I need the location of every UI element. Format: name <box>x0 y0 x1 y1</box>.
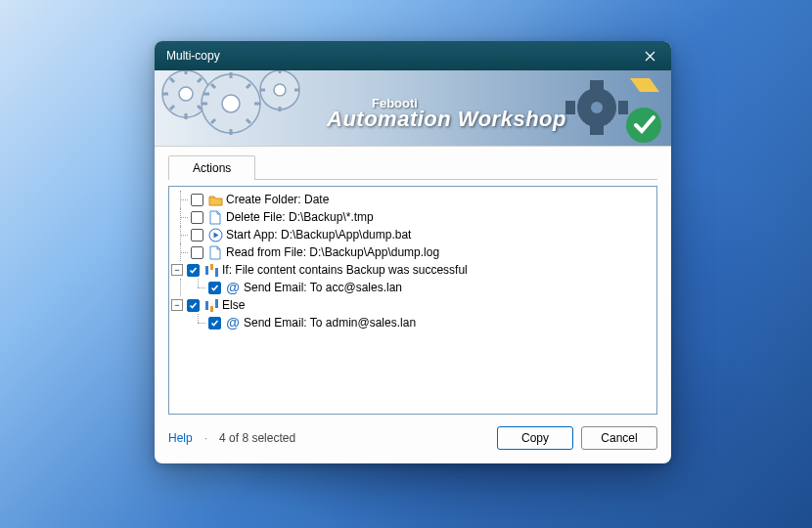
tree-expander[interactable]: − <box>171 299 183 311</box>
multi-copy-dialog: Multi-copy <box>155 41 671 463</box>
folder-icon <box>207 192 223 207</box>
tree-row[interactable]: − Else <box>171 296 654 314</box>
email-icon: @ <box>225 315 241 330</box>
tree-row[interactable]: @ Send Email: To admin@sales.lan <box>171 314 654 331</box>
checkbox[interactable] <box>208 317 221 330</box>
close-button[interactable] <box>628 41 671 70</box>
banner: Febooti Automation Workshop <box>155 70 671 147</box>
svg-rect-8 <box>590 80 604 90</box>
checkbox[interactable] <box>191 194 203 206</box>
tree-row[interactable]: Read from File: D:\Backup\App\dump.log <box>171 243 654 261</box>
copy-button[interactable]: Copy <box>497 426 573 450</box>
checkbox[interactable] <box>187 299 200 312</box>
titlebar[interactable]: Multi-copy <box>155 41 671 70</box>
svg-rect-14 <box>205 266 208 275</box>
dialog-footer: Help · 4 of 8 selected Copy Cancel <box>155 415 671 463</box>
selection-status: 4 of 8 selected <box>219 431 295 445</box>
tree-label: Else <box>222 298 245 312</box>
separator: · <box>204 431 207 445</box>
cancel-button[interactable]: Cancel <box>581 426 657 450</box>
tab-actions[interactable]: Actions <box>168 155 255 180</box>
checkbox[interactable] <box>191 229 203 242</box>
svg-rect-18 <box>210 306 213 312</box>
tree-row[interactable]: Create Folder: Date <box>171 191 654 208</box>
actions-tree[interactable]: Create Folder: Date Delete File: D:\Back… <box>168 186 657 415</box>
play-icon <box>207 227 223 242</box>
tree-row[interactable]: @ Send Email: To acc@sales.lan <box>171 279 654 296</box>
svg-point-5 <box>274 84 286 96</box>
svg-point-7 <box>591 102 603 113</box>
checkbox[interactable] <box>187 264 200 277</box>
tree-label: Send Email: To admin@sales.lan <box>244 316 416 330</box>
help-link[interactable]: Help <box>168 431 193 445</box>
svg-rect-15 <box>210 264 213 270</box>
checkbox[interactable] <box>191 246 203 259</box>
tree-row[interactable]: Delete File: D:\Backup\*.tmp <box>171 208 654 226</box>
checkbox[interactable] <box>191 211 203 224</box>
gears-illustration <box>155 70 331 147</box>
svg-rect-19 <box>215 299 218 308</box>
checkbox[interactable] <box>208 282 221 294</box>
if-branch-icon <box>203 262 219 278</box>
else-branch-icon <box>203 297 219 313</box>
tree-row[interactable]: − If: File content contains Backup was s… <box>171 261 654 279</box>
tree-label: Start App: D:\Backup\App\dump.bat <box>226 228 411 242</box>
tree-expander[interactable]: − <box>171 264 183 276</box>
tree-label: Delete File: D:\Backup\*.tmp <box>226 210 374 224</box>
svg-point-3 <box>222 95 240 112</box>
svg-rect-11 <box>618 101 628 114</box>
file-icon <box>207 209 223 225</box>
svg-rect-17 <box>205 301 208 310</box>
svg-point-12 <box>626 108 661 143</box>
file-icon <box>207 244 223 260</box>
svg-rect-9 <box>590 125 604 135</box>
svg-point-1 <box>179 87 193 101</box>
tree-label: Read from File: D:\Backup\App\dump.log <box>226 245 439 259</box>
close-icon <box>645 51 655 62</box>
email-icon: @ <box>225 280 241 295</box>
svg-rect-10 <box>565 101 575 114</box>
tree-label: If: File content contains Backup was suc… <box>222 263 468 277</box>
banner-product: Automation Workshop <box>327 107 566 132</box>
dialog-title: Multi-copy <box>166 49 628 63</box>
svg-rect-16 <box>215 268 218 277</box>
tabstrip: Actions <box>168 154 657 180</box>
tree-row[interactable]: Start App: D:\Backup\App\dump.bat <box>171 226 654 243</box>
tree-label: Send Email: To acc@sales.lan <box>244 281 402 294</box>
tree-label: Create Folder: Date <box>226 193 329 206</box>
